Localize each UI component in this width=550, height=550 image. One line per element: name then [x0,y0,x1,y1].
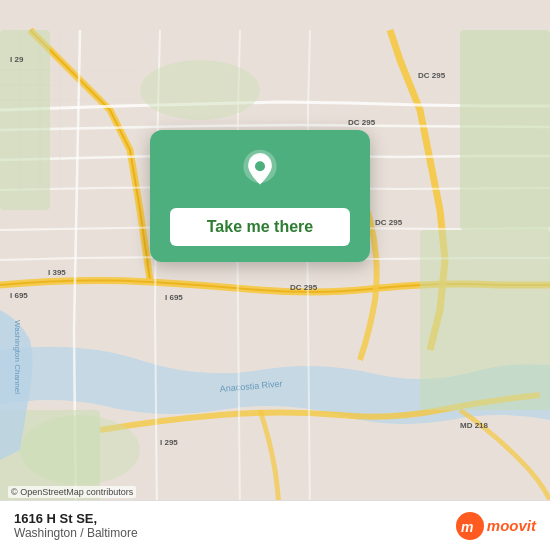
city-text: Washington / Baltimore [14,526,138,540]
osm-attribution: © OpenStreetMap contributors [8,486,136,498]
svg-text:I 29: I 29 [10,55,24,64]
svg-text:MD 218: MD 218 [460,421,489,430]
svg-rect-1 [0,30,50,210]
address-text: 1616 H St SE, [14,511,138,526]
svg-point-26 [255,161,265,171]
svg-text:I 695: I 695 [165,293,183,302]
svg-text:I 695: I 695 [10,291,28,300]
take-me-there-button[interactable]: Take me there [170,208,350,246]
moovit-wordmark: moovit [487,517,536,534]
moovit-logo: m moovit [456,512,536,540]
svg-text:Washington Channel: Washington Channel [13,320,22,394]
svg-point-4 [140,60,260,120]
svg-text:DC 295: DC 295 [348,118,376,127]
address-info: 1616 H St SE, Washington / Baltimore [14,511,138,540]
popup-card: Take me there [150,130,370,262]
moovit-icon: m [456,512,484,540]
map-svg: Anacostia River [0,0,550,550]
svg-text:I 395: I 395 [48,268,66,277]
svg-rect-2 [460,30,550,230]
svg-text:I 295: I 295 [160,438,178,447]
location-pin-icon [235,148,285,198]
bottom-bar: 1616 H St SE, Washington / Baltimore m m… [0,500,550,550]
map-container: Anacostia River [0,0,550,550]
svg-text:DC 295: DC 295 [290,283,318,292]
svg-rect-3 [420,230,550,410]
svg-text:DC 295: DC 295 [418,71,446,80]
svg-text:m: m [461,519,473,535]
svg-text:DC 295: DC 295 [375,218,403,227]
